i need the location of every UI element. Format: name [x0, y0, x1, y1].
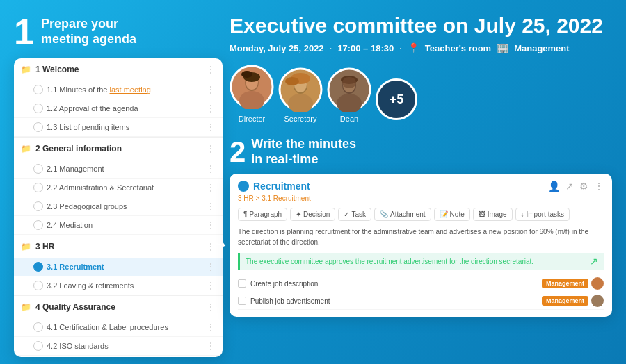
- dots-1[interactable]: ⋮: [206, 64, 216, 75]
- circle-2-2: [33, 183, 43, 192]
- left-panel: 1 Prepare your meeting agenda 📁 1 Welcom…: [14, 14, 223, 350]
- toolbar-task[interactable]: ✓ Task: [338, 208, 371, 221]
- dots-1-1[interactable]: ⋮: [206, 84, 216, 95]
- circle-1-2: [33, 104, 43, 113]
- folder-icon-1: 📁: [21, 65, 31, 74]
- checkbox-1[interactable]: [238, 279, 246, 288]
- item-3-1[interactable]: 3.1 Recruitment ⋮: [14, 258, 223, 276]
- toolbar-import[interactable]: ↓ Import tasks: [515, 208, 570, 221]
- item-2-3[interactable]: 2.3 Pedagogical groups ⋮: [14, 197, 223, 216]
- dots-2-4[interactable]: ⋮: [206, 220, 216, 231]
- right-panel: Executive committee on July 25, 2022 Mon…: [230, 14, 612, 317]
- avatar-dean-wrap: Dean: [327, 67, 371, 123]
- step1-number: 1: [14, 14, 34, 50]
- task-row-1[interactable]: Create job description Management: [238, 275, 604, 292]
- item-2-2-label: 2.2 Administration & Secretariat: [47, 183, 154, 192]
- checkbox-2[interactable]: [238, 297, 246, 305]
- item-1-1[interactable]: 1.1 Minutes of the last meeting ⋮: [14, 81, 223, 99]
- folder-icon-4: 📁: [21, 302, 31, 312]
- step2-header: 2 Write the minutes in real-time: [230, 137, 612, 167]
- section-header-2[interactable]: 📁 2 General information ⋮: [14, 138, 223, 160]
- agenda-section-2: 📁 2 General information ⋮ 2.1 Management…: [14, 138, 223, 235]
- agenda-section-4: 📁 4 Quality Assurance ⋮ 4.1 Certificatio…: [14, 296, 223, 356]
- section-2-label: 2 General information: [35, 144, 122, 154]
- circle-3-2: [33, 281, 43, 290]
- agenda-section-1: 📁 1 Welcome ⋮ 1.1 Minutes of the last me…: [14, 58, 223, 138]
- dots-1-3[interactable]: ⋮: [206, 122, 216, 133]
- dots-3-2[interactable]: ⋮: [206, 280, 216, 291]
- dots-4-2[interactable]: ⋮: [206, 340, 216, 351]
- arrow-element: →: [208, 231, 231, 256]
- section-4-label: 4 Quality Assurance: [35, 302, 115, 312]
- circle-1-3: [33, 122, 43, 132]
- avatar-plus: +5: [376, 78, 417, 120]
- item-1-2[interactable]: 1.2 Approval of the agenda ⋮: [14, 99, 223, 118]
- avatar-director-wrap: Director: [230, 65, 274, 123]
- minutes-body-text: The direction is planning recruitment fo…: [238, 226, 604, 247]
- secretary-label: Secretary: [284, 115, 316, 123]
- toolbar-image[interactable]: 🖼 Image: [473, 208, 513, 221]
- section-header-1[interactable]: 📁 1 Welcome ⋮: [14, 58, 223, 81]
- decision-icon: ✦: [296, 210, 301, 218]
- toolbar-note[interactable]: 📝 Note: [434, 208, 470, 221]
- item-4-2[interactable]: 4.2 ISO standards ⋮: [14, 337, 223, 356]
- item-2-1[interactable]: 2.1 Management ⋮: [14, 160, 223, 179]
- agenda-card: 📁 1 Welcome ⋮ 1.1 Minutes of the last me…: [14, 58, 223, 357]
- toolbar: ¶ Paragraph ✦ Decision ✓ Task 📎 Attachme…: [238, 208, 604, 221]
- dots-4-1[interactable]: ⋮: [206, 322, 216, 333]
- dots-4[interactable]: ⋮: [206, 301, 216, 313]
- dots-2-1[interactable]: ⋮: [206, 163, 216, 174]
- item-2-4[interactable]: 2.4 Mediation ⋮: [14, 216, 223, 235]
- item-1-1-label: 1.1 Minutes of the last meeting: [47, 85, 151, 94]
- minutes-title-text: Recruitment: [253, 181, 310, 192]
- dots-2-3[interactable]: ⋮: [206, 201, 216, 212]
- minutes-dot-icon: [238, 181, 249, 192]
- task-2-label: Publish job advertisement: [250, 297, 330, 305]
- dots-3-1[interactable]: ⋮: [206, 261, 216, 272]
- item-3-2-label: 3.2 Leaving & retirements: [47, 281, 134, 290]
- user-icon[interactable]: 👤: [548, 181, 560, 192]
- toolbar-decision[interactable]: ✦ Decision: [290, 208, 335, 221]
- item-1-2-label: 1.2 Approval of the agenda: [47, 104, 138, 113]
- section-header-4[interactable]: 📁 4 Quality Assurance ⋮: [14, 296, 223, 318]
- item-4-2-label: 4.2 ISO standards: [47, 342, 109, 350]
- dots-1-2[interactable]: ⋮: [206, 103, 216, 114]
- dean-label: Dean: [340, 115, 358, 123]
- item-3-2[interactable]: 3.2 Leaving & retirements ⋮: [14, 276, 223, 295]
- avatar-secretary-wrap: Secretary: [278, 67, 323, 123]
- dots-2-2[interactable]: ⋮: [206, 182, 216, 193]
- toolbar-paragraph[interactable]: ¶ Paragraph: [238, 208, 287, 221]
- decision-text: The executive committee approves the rec…: [246, 258, 533, 265]
- minutes-action-icons: 👤 ↗ ⚙ ⋮: [548, 181, 604, 192]
- note-icon: 📝: [440, 210, 448, 218]
- svg-point-17: [342, 77, 356, 88]
- step1-header: 1 Prepare your meeting agenda: [14, 14, 223, 50]
- event-category: Management: [514, 43, 569, 53]
- section-header-3[interactable]: 📁 3 HR ⋮: [14, 235, 223, 258]
- event-date: Monday, July 25, 2022: [230, 43, 324, 53]
- section-header-5[interactable]: 📁 5 Projects in progress ⋮: [14, 356, 223, 357]
- item-2-2[interactable]: 2.2 Administration & Secretariat ⋮: [14, 179, 223, 197]
- more-icon[interactable]: ⋮: [594, 181, 604, 192]
- section-3-label: 3 HR: [35, 242, 54, 251]
- svg-point-11: [285, 77, 299, 85]
- item-2-4-label: 2.4 Mediation: [47, 221, 93, 229]
- item-1-3[interactable]: 1.3 List of pending items ⋮: [14, 118, 223, 137]
- event-time: 17:00 – 18:30: [337, 43, 394, 53]
- share-icon[interactable]: ↗: [565, 181, 574, 192]
- avatar-director: [230, 65, 274, 109]
- building-icon: 🏢: [497, 42, 508, 53]
- circle-3-1: [33, 262, 43, 272]
- item-4-1[interactable]: 4.1 Certification & Label procedures ⋮: [14, 318, 223, 337]
- task-row-2[interactable]: Publish job advertisement Management: [238, 292, 604, 310]
- task-1-avatar: [591, 277, 604, 290]
- task-2-tag: Management: [542, 296, 588, 306]
- item-4-1-label: 4.1 Certification & Label procedures: [47, 323, 168, 331]
- item-3-1-label: 3.1 Recruitment: [47, 263, 104, 271]
- decision-arrow-icon: ↗: [590, 256, 598, 267]
- circle-1-1: [33, 85, 43, 94]
- circle-2-4: [33, 220, 43, 230]
- settings-icon[interactable]: ⚙: [579, 181, 588, 192]
- dots-2[interactable]: ⋮: [206, 143, 216, 154]
- toolbar-attachment[interactable]: 📎 Attachment: [374, 208, 431, 221]
